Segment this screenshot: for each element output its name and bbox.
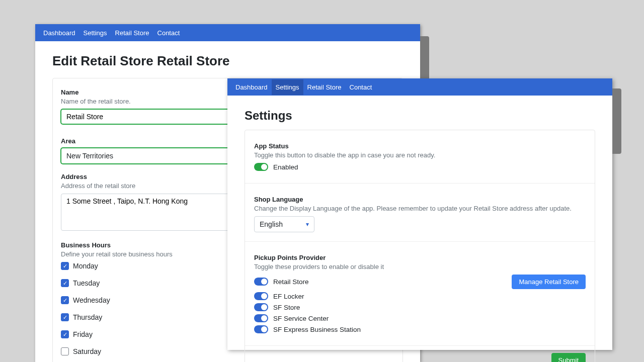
provider-label: Pickup Points Provider (254, 254, 586, 261)
shop-lang-help: Change the Display Language of the app. … (254, 205, 586, 212)
day-label: Tuesday (73, 279, 100, 287)
nav-retail-store[interactable]: Retail Store (303, 79, 346, 95)
provider-name: SF Express Business Station (273, 326, 361, 333)
provider-sf-service-center: SF Service Center (254, 314, 586, 322)
provider-name: SF Store (273, 304, 300, 311)
provider-toggle[interactable] (254, 325, 268, 333)
provider-toggle[interactable] (254, 303, 268, 311)
nav-contact[interactable]: Contact (346, 79, 376, 95)
app-status-help: Toggle this button to disable the app in… (254, 151, 586, 159)
checkbox-icon: ✓ (61, 296, 69, 304)
checkbox-icon: ✓ (61, 330, 69, 338)
app-status-value: Enabled (273, 163, 298, 171)
settings-window: Dashboard Settings Retail Store Contact … (227, 78, 612, 350)
provider-retail-store: Retail Store (254, 278, 512, 286)
provider-name: EF Locker (273, 293, 304, 300)
provider-sf-store: SF Store (254, 303, 586, 311)
day-label: Saturday (73, 347, 101, 355)
provider-name: SF Service Center (273, 315, 329, 322)
submit-button[interactable]: Submit (551, 353, 586, 362)
nav-dashboard[interactable]: Dashboard (39, 25, 79, 41)
navbar-front: Dashboard Settings Retail Store Contact (227, 78, 612, 96)
nav-retail-store[interactable]: Retail Store (111, 25, 153, 41)
shop-language-section: Shop Language Change the Display Languag… (245, 184, 595, 242)
checkbox-icon (61, 347, 69, 355)
settings-page: Settings App Status Toggle this button t… (227, 96, 612, 362)
provider-toggle[interactable] (254, 314, 268, 322)
day-label: Friday (73, 330, 93, 338)
provider-toggle[interactable] (254, 278, 268, 286)
provider-sf-express-business: SF Express Business Station (254, 325, 586, 333)
settings-card: App Status Toggle this button to disable… (245, 130, 595, 362)
page-title: Edit Retail Store Retail Store (52, 53, 403, 69)
area-select-value: New Territories (66, 152, 113, 160)
provider-name: Retail Store (273, 278, 309, 286)
nav-settings[interactable]: Settings (272, 79, 303, 95)
day-label: Thursday (73, 313, 102, 321)
app-status-toggle[interactable] (254, 163, 268, 171)
checkbox-icon: ✓ (61, 279, 69, 287)
nav-dashboard[interactable]: Dashboard (231, 79, 272, 95)
day-label: Monday (73, 262, 98, 270)
nav-contact[interactable]: Contact (153, 25, 184, 41)
provider-help: Toggle these providers to enable or disa… (254, 263, 586, 270)
pickup-provider-section: Pickup Points Provider Toggle these prov… (245, 242, 595, 346)
app-status-section: App Status Toggle this button to disable… (245, 130, 595, 184)
app-status-label: App Status (254, 142, 586, 150)
checkbox-icon: ✓ (61, 313, 69, 321)
shop-lang-value: English (260, 220, 283, 228)
submit-row: Submit (245, 346, 595, 362)
navbar-back: Dashboard Settings Retail Store Contact (35, 24, 420, 41)
checkbox-icon: ✓ (61, 262, 69, 270)
page-title: Settings (245, 109, 595, 123)
provider-toggle[interactable] (254, 292, 268, 300)
shop-lang-label: Shop Language (254, 196, 586, 203)
provider-ef-locker: EF Locker (254, 292, 586, 300)
nav-settings[interactable]: Settings (79, 25, 111, 41)
window-shadow-tab (612, 88, 621, 154)
manage-retail-store-button[interactable]: Manage Retail Store (512, 275, 586, 289)
shop-lang-select[interactable]: English ▾ (254, 216, 314, 232)
chevron-down-icon: ▾ (306, 221, 309, 228)
day-label: Wednesday (73, 296, 110, 304)
